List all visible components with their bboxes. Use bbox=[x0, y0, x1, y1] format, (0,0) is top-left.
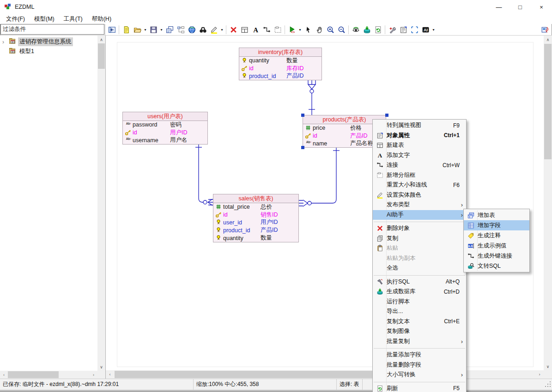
scroll-left-icon[interactable]: ‹ bbox=[106, 370, 114, 378]
selection-handle[interactable] bbox=[385, 114, 388, 117]
scrollbar-thumb[interactable] bbox=[98, 43, 105, 69]
color-pen-dropdown[interactable]: ▾ bbox=[219, 28, 224, 32]
context-menu-item-7[interactable]: 重置大小和连线F6 bbox=[373, 180, 466, 190]
expander-icon[interactable]: › bbox=[2, 39, 7, 45]
entity-table-users[interactable]: users(用户表)Abcpassword密码id用户IDAbcusername… bbox=[122, 112, 208, 145]
run-play-dropdown[interactable]: ▾ bbox=[297, 28, 303, 32]
generate-db-button[interactable] bbox=[361, 24, 372, 35]
zoom-in-button[interactable] bbox=[325, 24, 336, 35]
ai-submenu-item-4[interactable]: a.b生成示例值 bbox=[464, 241, 529, 251]
context-menu-item-6[interactable]: 新增分组框 bbox=[373, 170, 466, 181]
scrollbar-thumb[interactable] bbox=[8, 371, 59, 378]
field-row-quantity[interactable]: quantity数量 bbox=[213, 234, 298, 242]
scroll-right-icon[interactable]: › bbox=[90, 371, 97, 379]
tree-item-2[interactable]: 模型1 bbox=[0, 47, 97, 56]
context-menu-item-3[interactable]: 新建表 bbox=[373, 140, 466, 151]
ai-submenu-item-3[interactable]: 生成注释 bbox=[464, 230, 529, 241]
tree-structure-button[interactable] bbox=[175, 24, 186, 35]
scrollbar-thumb[interactable] bbox=[115, 371, 410, 378]
scroll-down-icon[interactable]: ∨ bbox=[544, 362, 552, 370]
menubar-item-3[interactable]: 工具(T) bbox=[59, 14, 87, 24]
filter-input[interactable] bbox=[0, 24, 104, 35]
delete-x-button[interactable] bbox=[228, 24, 239, 35]
context-menu-item-16[interactable]: 全选 bbox=[373, 263, 466, 273]
panel-toggle-button[interactable] bbox=[106, 24, 117, 35]
context-menu-item-20[interactable]: 运行脚本 bbox=[373, 297, 466, 307]
close-button[interactable]: × bbox=[531, 0, 552, 14]
ai-submenu-item-1[interactable]: 增加表 bbox=[464, 210, 529, 220]
new-file-button[interactable] bbox=[121, 24, 132, 35]
scroll-right-icon[interactable]: › bbox=[535, 370, 544, 378]
selection-handle[interactable] bbox=[301, 146, 304, 149]
minimize-button[interactable]: — bbox=[488, 0, 510, 14]
menubar-item-1[interactable]: 文件(F) bbox=[1, 14, 30, 24]
context-menu-item-1[interactable]: 转到属性视图F9 bbox=[373, 121, 466, 131]
menubar-item-4[interactable]: 帮助(H) bbox=[87, 14, 116, 24]
context-menu-item-13[interactable]: 复制 bbox=[373, 234, 466, 244]
new-table-button[interactable] bbox=[239, 24, 250, 35]
open-folder-button[interactable] bbox=[132, 24, 143, 35]
run-play-button[interactable]: <> bbox=[286, 24, 297, 35]
context-menu-item-19[interactable]: 生成数据库Ctrl+D bbox=[373, 287, 466, 297]
resize-grip[interactable] bbox=[545, 381, 552, 389]
context-menu-item-9[interactable]: 发布类型› bbox=[373, 200, 466, 210]
tree-item-1[interactable]: ›进销存管理信息系统 bbox=[0, 37, 97, 47]
context-menu-item-8[interactable]: 设置实体颜色 bbox=[373, 190, 466, 200]
maximize-button[interactable]: □ bbox=[510, 0, 531, 14]
cursor-arrow-button[interactable] bbox=[303, 24, 314, 35]
context-menu-item-10[interactable]: AI助手› bbox=[373, 210, 466, 220]
ai-assistant-button[interactable]: AI bbox=[420, 24, 431, 35]
field-row-username[interactable]: Abcusername用户名 bbox=[123, 137, 207, 145]
connect-line-button[interactable] bbox=[261, 24, 272, 35]
canvas-horizontal-scrollbar[interactable]: ‹ › bbox=[106, 370, 544, 379]
scroll-up-icon[interactable]: ∧ bbox=[544, 36, 552, 43]
selection-handle[interactable] bbox=[301, 114, 304, 117]
context-menu-item-27[interactable]: 批量删除字段 bbox=[373, 360, 466, 370]
field-row-id[interactable]: id用户ID bbox=[123, 129, 207, 137]
save-button[interactable] bbox=[148, 24, 159, 35]
diagram-canvas[interactable]: inventory(库存表)quantity数量id库存IDproduct_id… bbox=[106, 36, 544, 370]
field-row-id[interactable]: id销售ID bbox=[213, 211, 298, 219]
layout-sync-button[interactable] bbox=[539, 24, 550, 35]
context-menu-item-30[interactable]: 刷新F5 bbox=[373, 384, 466, 392]
context-menu-item-23[interactable]: 复制图像 bbox=[373, 326, 466, 337]
scroll-down-icon[interactable]: ∨ bbox=[97, 363, 105, 371]
ai-assistant-dropdown[interactable]: ▾ bbox=[431, 28, 436, 32]
color-pen-button[interactable] bbox=[208, 24, 219, 35]
refresh-doc-button[interactable] bbox=[372, 24, 383, 35]
field-row-user_id[interactable]: user_id用户ID bbox=[213, 219, 298, 227]
context-menu-item-21[interactable]: 导出... bbox=[373, 307, 466, 317]
save-dropdown[interactable]: ▾ bbox=[159, 28, 164, 32]
context-menu-item-5[interactable]: 连接Ctrl+W bbox=[373, 160, 466, 170]
context-menu-item-18[interactable]: 执行SQLAlt+Q bbox=[373, 277, 466, 287]
copy-screens-button[interactable] bbox=[164, 24, 175, 35]
ai-submenu-item-6[interactable]: 文转SQL bbox=[464, 261, 529, 271]
open-folder-dropdown[interactable]: ▾ bbox=[143, 28, 148, 32]
field-row-product_id[interactable]: product_id产品ID bbox=[213, 226, 298, 234]
field-row-product_id[interactable]: product_id产品ID bbox=[239, 72, 321, 80]
field-row-quantity[interactable]: quantity数量 bbox=[239, 57, 321, 65]
add-text-button[interactable]: A bbox=[250, 24, 261, 35]
menubar-item-2[interactable]: 模型(M) bbox=[30, 14, 59, 24]
find-binoculars-button[interactable] bbox=[197, 24, 208, 35]
pan-hand-button[interactable] bbox=[314, 24, 325, 35]
globe-button[interactable] bbox=[186, 24, 197, 35]
field-row-password[interactable]: Abcpassword密码 bbox=[123, 121, 207, 129]
canvas-vertical-scrollbar[interactable]: ∧ ∨ bbox=[544, 36, 552, 370]
scroll-left-icon[interactable]: ‹ bbox=[0, 371, 8, 379]
scroll-up-icon[interactable]: ∧ bbox=[97, 36, 105, 43]
entity-table-inventory[interactable]: inventory(库存表)quantity数量id库存IDproduct_id… bbox=[239, 48, 322, 80]
field-row-id[interactable]: id库存ID bbox=[239, 65, 321, 72]
group-box-button[interactable] bbox=[272, 24, 283, 35]
context-menu-item-28[interactable]: 大小写转换› bbox=[373, 370, 466, 380]
tool-wrench-button[interactable] bbox=[387, 24, 398, 35]
scrollbar-thumb[interactable] bbox=[544, 44, 552, 159]
context-menu-item-12[interactable]: 删除对象 bbox=[373, 223, 466, 234]
context-menu-item-2[interactable]: 对象属性Ctrl+1 bbox=[373, 131, 466, 141]
tree-vertical-scrollbar[interactable]: ∧ ∨ bbox=[97, 36, 105, 371]
tree-horizontal-scrollbar[interactable]: ‹ › bbox=[0, 371, 97, 379]
ai-submenu-item-5[interactable]: 生成外键连接 bbox=[464, 251, 529, 261]
context-menu-item-26[interactable]: 批量添加字段 bbox=[373, 350, 466, 360]
object-properties-button[interactable] bbox=[398, 24, 409, 35]
eye-preview-button[interactable] bbox=[350, 24, 361, 35]
